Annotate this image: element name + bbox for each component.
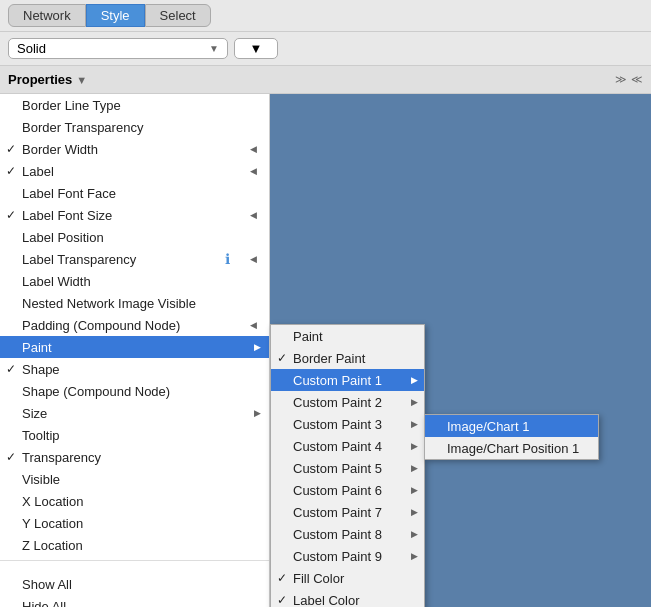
label-font-size-arrow: ◀: [250, 210, 261, 220]
info-icon: ℹ: [225, 251, 230, 267]
custom-paint-1-submenu: Image/Chart 1 Image/Chart Position 1: [424, 414, 599, 460]
menu-custom-paint-6[interactable]: Custom Paint 6: [271, 479, 424, 501]
spacer-1: [0, 565, 269, 573]
prop-y-location-label: Y Location: [22, 516, 83, 531]
menu-custom-paint-9-label: Custom Paint 9: [293, 549, 382, 564]
prop-border-line-type[interactable]: Border Line Type: [0, 94, 269, 116]
prop-z-location[interactable]: Z Location: [0, 534, 269, 556]
menu-custom-paint-7-label: Custom Paint 7: [293, 505, 382, 520]
menu-custom-paint-1-label: Custom Paint 1: [293, 373, 382, 388]
prop-size[interactable]: Size: [0, 402, 269, 424]
prop-label-label: Label: [22, 164, 54, 179]
prop-visible-label: Visible: [22, 472, 60, 487]
solid-dropdown[interactable]: Solid ▼: [8, 38, 228, 59]
prop-border-transparency[interactable]: Border Transparency: [0, 116, 269, 138]
prop-y-location[interactable]: Y Location: [0, 512, 269, 534]
prop-label-position[interactable]: Label Position: [0, 226, 269, 248]
prop-shape[interactable]: Shape: [0, 358, 269, 380]
prop-paint-label: Paint: [22, 340, 52, 355]
menu-custom-paint-6-label: Custom Paint 6: [293, 483, 382, 498]
menu-label-color-label: Label Color: [293, 593, 360, 608]
prop-shape-compound[interactable]: Shape (Compound Node): [0, 380, 269, 402]
prop-z-location-label: Z Location: [22, 538, 83, 553]
expand-icon[interactable]: ≪: [631, 73, 643, 86]
prop-label-font-size-label: Label Font Size: [22, 208, 112, 223]
prop-border-width-label: Border Width: [22, 142, 98, 157]
prop-paint[interactable]: Paint: [0, 336, 269, 358]
menu-image-chart-1-label: Image/Chart 1: [447, 419, 529, 434]
prop-nested-network[interactable]: Nested Network Image Visible: [0, 292, 269, 314]
solid-arrow-icon: ▼: [209, 43, 219, 54]
label-arrow: ◀: [250, 166, 261, 176]
prop-label-transparency-label: Label Transparency: [22, 252, 136, 267]
properties-title: Properties: [8, 72, 72, 87]
solid-label: Solid: [17, 41, 46, 56]
menu-custom-paint-2[interactable]: Custom Paint 2: [271, 391, 424, 413]
menu-custom-paint-2-label: Custom Paint 2: [293, 395, 382, 410]
toolbar: Network Style Select: [0, 0, 651, 32]
menu-custom-paint-4[interactable]: Custom Paint 4: [271, 435, 424, 457]
prop-transparency-label: Transparency: [22, 450, 101, 465]
tab-select[interactable]: Select: [145, 4, 211, 27]
prop-tooltip[interactable]: Tooltip: [0, 424, 269, 446]
prop-show-all-label: Show All: [22, 577, 72, 592]
properties-header: Properties ▼ ≫ ≪: [0, 66, 651, 94]
prop-x-location[interactable]: X Location: [0, 490, 269, 512]
menu-image-chart-1[interactable]: Image/Chart 1: [425, 415, 598, 437]
collapse-icon[interactable]: ≫: [615, 73, 627, 86]
menu-paint-label: Paint: [293, 329, 323, 344]
prop-transparency[interactable]: Transparency: [0, 446, 269, 468]
separator-1: [0, 560, 269, 561]
prop-tooltip-label: Tooltip: [22, 428, 60, 443]
menu-custom-paint-1[interactable]: Custom Paint 1: [271, 369, 424, 391]
menu-border-paint[interactable]: Border Paint: [271, 347, 424, 369]
menu-custom-paint-8-label: Custom Paint 8: [293, 527, 382, 542]
properties-label-group: Properties ▼: [8, 72, 87, 87]
prop-label-transparency[interactable]: Label Transparency ℹ ◀: [0, 248, 269, 270]
menu-fill-color-label: Fill Color: [293, 571, 344, 586]
prop-shape-compound-label: Shape (Compound Node): [22, 384, 170, 399]
prop-label-font-size[interactable]: Label Font Size ◀: [0, 204, 269, 226]
prop-label-font-face[interactable]: Label Font Face: [0, 182, 269, 204]
prop-hide-all-label: Hide All: [22, 599, 66, 608]
prop-label-position-label: Label Position: [22, 230, 104, 245]
main-area: Border Line Type Border Transparency Bor…: [0, 94, 651, 607]
menu-paint[interactable]: Paint: [271, 325, 424, 347]
menu-custom-paint-7[interactable]: Custom Paint 7: [271, 501, 424, 523]
border-width-arrow: ◀: [250, 144, 261, 154]
prop-border-width[interactable]: Border Width ◀: [0, 138, 269, 160]
prop-hide-all[interactable]: Hide All: [0, 595, 269, 607]
menu-image-chart-position-1-label: Image/Chart Position 1: [447, 441, 579, 456]
second-row: Solid ▼ ▼: [0, 32, 651, 66]
prop-label-font-face-label: Label Font Face: [22, 186, 116, 201]
menu-custom-paint-4-label: Custom Paint 4: [293, 439, 382, 454]
prop-show-all[interactable]: Show All: [0, 573, 269, 595]
small-dropdown[interactable]: ▼: [234, 38, 278, 59]
menu-custom-paint-5[interactable]: Custom Paint 5: [271, 457, 424, 479]
prop-label[interactable]: Label ◀: [0, 160, 269, 182]
menu-custom-paint-9[interactable]: Custom Paint 9: [271, 545, 424, 567]
tab-network[interactable]: Network: [8, 4, 86, 27]
prop-padding[interactable]: Padding (Compound Node) ◀: [0, 314, 269, 336]
properties-dropdown-icon[interactable]: ▼: [76, 74, 87, 86]
menu-custom-paint-3-label: Custom Paint 3: [293, 417, 382, 432]
tab-style[interactable]: Style: [86, 4, 145, 27]
paint-submenu: Paint Border Paint Custom Paint 1 Custom…: [270, 324, 425, 607]
properties-controls: ≫ ≪: [615, 73, 643, 86]
prop-visible[interactable]: Visible: [0, 468, 269, 490]
menu-custom-paint-3[interactable]: Custom Paint 3: [271, 413, 424, 435]
prop-label-width[interactable]: Label Width: [0, 270, 269, 292]
menu-label-color[interactable]: Label Color: [271, 589, 424, 607]
prop-label-width-label: Label Width: [22, 274, 91, 289]
prop-border-line-type-label: Border Line Type: [22, 98, 121, 113]
padding-arrow: ◀: [250, 320, 261, 330]
menu-image-chart-position-1[interactable]: Image/Chart Position 1: [425, 437, 598, 459]
prop-border-transparency-label: Border Transparency: [22, 120, 143, 135]
menu-border-paint-label: Border Paint: [293, 351, 365, 366]
menu-custom-paint-8[interactable]: Custom Paint 8: [271, 523, 424, 545]
prop-x-location-label: X Location: [22, 494, 83, 509]
prop-size-label: Size: [22, 406, 47, 421]
menu-custom-paint-5-label: Custom Paint 5: [293, 461, 382, 476]
menu-fill-color[interactable]: Fill Color: [271, 567, 424, 589]
left-panel: Border Line Type Border Transparency Bor…: [0, 94, 270, 607]
